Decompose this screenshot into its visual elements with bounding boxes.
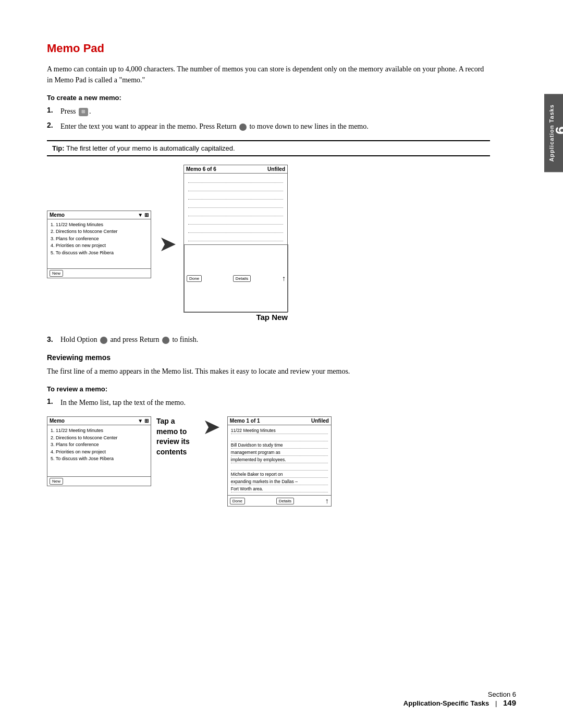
memo-list-screen: Memo ▼ ⊞ 1. 11/22 Meeting Minutes 2. Dir…	[47, 211, 151, 278]
up-arrow-icon-4: ↑	[325, 497, 329, 505]
screen-footer-1: New	[47, 268, 151, 278]
review-step-1-content: In the Memo list, tap the text of the me…	[60, 397, 186, 408]
screen-title-bar-1: Memo ▼ ⊞	[47, 211, 151, 219]
blank-line	[188, 176, 283, 183]
diagram-2: Memo ▼ ⊞ 1. 11/22 Meeting Minutes 2. Dir…	[47, 416, 490, 507]
tap-new-label: Tap New	[256, 313, 288, 324]
blank-line	[188, 226, 283, 233]
new-button-1[interactable]: New	[50, 270, 63, 277]
tap-label-1: Tap a	[156, 416, 190, 427]
review-step-1: 1. In the Memo list, tap the text of the…	[47, 397, 490, 408]
blank-line	[188, 192, 283, 200]
footer-section-name: Application-Specific Tasks	[403, 699, 489, 707]
page-footer: Section 6 Application-Specific Tasks | 1…	[403, 690, 516, 707]
list-item: 3. Plans for conference	[51, 441, 148, 449]
screen-title-2: Memo 6 of 6	[186, 166, 216, 172]
memo-content-line	[231, 464, 328, 471]
footer-separator: |	[495, 699, 497, 707]
step-3: 3. Hold Option and press Return to finis…	[47, 334, 490, 345]
blank-line	[188, 184, 283, 191]
footer-page-num: 149	[503, 698, 516, 707]
review-step-1-number: 1.	[47, 397, 57, 405]
blank-memo-screen: Memo 6 of 6 Unfiled	[183, 165, 288, 313]
screen-title-right-1: ▼ ⊞	[138, 212, 149, 218]
main-content: Memo Pad A memo can contain up to 4,000 …	[47, 42, 490, 507]
list-item: 5. To discuss with Jose Ribera	[51, 455, 148, 463]
memo-content-line: management program as	[231, 449, 328, 456]
details-button-2[interactable]: Details	[233, 276, 251, 281]
step-1-number: 1.	[47, 106, 57, 114]
screen-footer-4: Done Details ↑	[228, 495, 331, 506]
memo-content-line: Fort Worth area.	[231, 486, 328, 492]
to-review-heading: To review a memo:	[47, 385, 490, 393]
screen-title-bar-3: Memo ▼ ⊞	[47, 417, 151, 425]
screen-body-3: 1. 11/22 Meeting Minutes 2. Directions t…	[47, 425, 151, 465]
page-title: Memo Pad	[47, 42, 490, 55]
details-button-4[interactable]: Details	[276, 498, 294, 503]
screen-title-bar-4: Memo 1 of 1 Unfiled	[228, 417, 331, 425]
screen-title-unfiled-4: Unfiled	[311, 418, 329, 424]
arrow-1: ➤	[151, 233, 183, 255]
blank-line	[188, 209, 283, 216]
forward-arrow-2: ➤	[203, 416, 219, 438]
list-item: 2. Directions to Moscone Center	[51, 435, 148, 442]
screen-title-bar-2: Memo 6 of 6 Unfiled	[184, 165, 287, 174]
step-2-number: 2.	[47, 121, 57, 129]
done-button-4[interactable]: Done	[230, 498, 245, 503]
tip-text: The first letter of your memo is automat…	[66, 144, 235, 152]
up-arrow-icon-2: ↑	[282, 274, 286, 282]
screen-title-1: Memo	[50, 212, 65, 218]
list-item: 5. To discuss with Jose Ribera	[51, 250, 148, 257]
tap-new-container: Tap New	[183, 313, 288, 324]
list-item: 1. 11/22 Meeting Minutes	[51, 427, 148, 435]
screen-title-4: Memo 1 of 1	[230, 418, 260, 424]
screen-body-4: 11/22 Meeting Minutes Bill Davidson to s…	[228, 425, 331, 495]
page-container: Application Tasks 6 Memo Pad A memo can …	[0, 0, 563, 728]
memo-content-line: Bill Davidson to study time	[231, 442, 328, 449]
memo-content-screen: Memo 1 of 1 Unfiled 11/22 Meeting Minute…	[227, 416, 332, 507]
blank-line	[188, 201, 283, 208]
memo-list-screen-2: Memo ▼ ⊞ 1. 11/22 Meeting Minutes 2. Dir…	[47, 416, 151, 486]
memo-content-line: expanding markets in the Dallas –	[231, 478, 328, 485]
create-memo-heading: To create a new memo:	[47, 94, 490, 102]
step-3-content: Hold Option and press Return to finish.	[60, 334, 198, 345]
step-3-number: 3.	[47, 334, 57, 345]
tap-label-3: review its	[156, 437, 190, 447]
diagram-1: Memo ▼ ⊞ 1. 11/22 Meeting Minutes 2. Dir…	[47, 165, 490, 324]
return-icon-2	[162, 337, 169, 344]
memo-content-line: 11/22 Meeting Minutes	[231, 427, 328, 434]
blank-line	[188, 234, 283, 241]
list-item: 1. 11/22 Meeting Minutes	[51, 221, 148, 229]
memo-content-line: Michele Baker to report on	[231, 471, 328, 478]
screen-title-right-3: ▼ ⊞	[138, 418, 149, 424]
return-icon-1	[239, 124, 247, 131]
tip-box: Tip: The first letter of your memo is au…	[47, 140, 490, 156]
step-1: 1. Press ⊞.	[47, 106, 490, 117]
screen-title-unfiled-2: Unfiled	[267, 166, 285, 172]
screen-title-3: Memo	[50, 418, 65, 424]
step-1-content: Press ⊞.	[60, 106, 91, 117]
screen-body-1: 1. 11/22 Meeting Minutes 2. Directions t…	[47, 219, 151, 259]
step-2-content: Enter the text you want to appear in the…	[60, 121, 369, 132]
screen-footer-2: Done Details ↑	[184, 244, 288, 312]
tap-label-4: contents	[156, 447, 190, 458]
done-button-2[interactable]: Done	[187, 276, 202, 281]
screen-body-2	[184, 174, 287, 244]
press-button-icon: ⊞	[79, 108, 88, 116]
list-item: 4. Priorities on new project	[51, 242, 148, 250]
intro-text: A memo can contain up to 4,000 character…	[47, 64, 490, 85]
step-2: 2. Enter the text you want to appear in …	[47, 121, 490, 132]
arrow-2: ➤	[195, 416, 227, 438]
reviewing-memos-intro: The first line of a memo appears in the …	[47, 366, 490, 377]
list-item: 3. Plans for conference	[51, 236, 148, 243]
sidebar-tab: Application Tasks 6	[544, 94, 563, 172]
memo-content-line: implemented by employees.	[231, 456, 328, 463]
memo-content-line	[231, 435, 328, 441]
new-button-3[interactable]: New	[50, 478, 63, 485]
sidebar-tab-number: 6	[553, 126, 563, 134]
tap-label-2: memo to	[156, 427, 190, 437]
footer-section: Section 6	[403, 690, 516, 698]
tip-label: Tip:	[52, 144, 65, 152]
blank-line	[188, 217, 283, 225]
footer-section-label: Section 6	[488, 690, 516, 698]
